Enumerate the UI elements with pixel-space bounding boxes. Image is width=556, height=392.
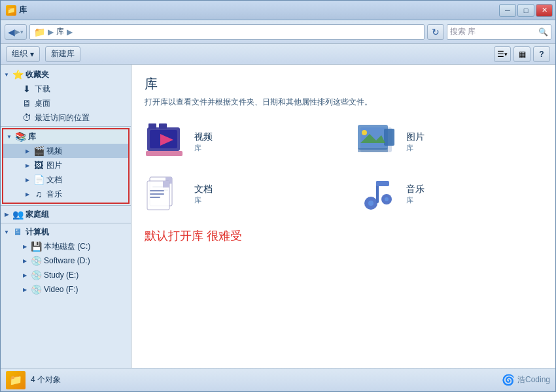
status-count: 4 个对象: [31, 374, 61, 385]
svg-rect-23: [150, 193, 164, 195]
sidebar-item-desktop[interactable]: 🖥 桌面: [1, 96, 131, 110]
library-folder-icon: 📚: [15, 131, 26, 142]
favorites-label: 收藏夹: [26, 69, 49, 80]
sidebar-item-video[interactable]: ▶ 🎬 视频: [3, 144, 128, 158]
lib-video-label: 视频: [194, 131, 213, 143]
document-icon: 📄: [33, 174, 44, 185]
library-section-highlighted: ▼ 📚 库 ▶ 🎬 视频 ▶ 🖼 图片 ▶: [2, 128, 130, 204]
drive-f-expand-icon: ▶: [22, 286, 28, 293]
lib-music-sublabel: 库: [406, 195, 425, 205]
homegroup-group: ▶ 👥 家庭组: [1, 207, 131, 221]
address-bar: ◀ ▶ ▾ 📁 ▶ 库 ▶ ↻ 搜索 库 🔍: [1, 20, 555, 44]
svg-point-28: [385, 197, 389, 201]
close-button[interactable]: ✕: [536, 4, 553, 17]
sidebar-item-drive-d[interactable]: ▶ 💿 Software (D:): [1, 253, 131, 268]
toolbar: 组织 ▾ 新建库 ☰ ▾ ▦ ?: [1, 44, 555, 65]
drive-f-icon: 💿: [31, 284, 41, 295]
back-button[interactable]: ◀ ▶ ▾: [5, 24, 27, 40]
refresh-button[interactable]: ↻: [427, 24, 444, 40]
lib-picture-sublabel: 库: [406, 143, 425, 153]
svg-rect-4: [148, 123, 156, 129]
preview-icon: ▦: [519, 50, 526, 59]
library-item-picture[interactable]: 图片 库: [356, 121, 542, 163]
download-label: 下载: [35, 84, 50, 95]
svg-point-26: [368, 201, 374, 206]
lib-picture-label: 图片: [406, 131, 425, 143]
svg-rect-12: [358, 148, 388, 152]
sidebar: ▼ ⭐ 收藏夹 ⬇ 下载 🖥 桌面 ⏱ 最近访问的位置: [1, 65, 131, 368]
title-bar: 📁 库 ─ □ ✕: [1, 1, 555, 20]
content-pane: 库 打开库以查看文件并根据文件夹、日期和其他属性排列这些文件。: [131, 65, 555, 368]
video-label: 视频: [46, 146, 62, 157]
lib-video-labels: 视频 库: [194, 131, 213, 153]
svg-rect-22: [150, 190, 164, 191]
lib-video-sublabel: 库: [194, 143, 213, 153]
sidebar-item-drive-e[interactable]: ▶ 💿 Study (E:): [1, 268, 131, 282]
forward-icon: ▶: [15, 28, 20, 35]
annotation-text: 默认打开库 很难受: [145, 228, 542, 244]
svg-rect-5: [159, 123, 167, 129]
lib-document-label: 文档: [194, 184, 213, 195]
library-expand-icon: ▼: [6, 133, 12, 140]
sidebar-item-picture[interactable]: ▶ 🖼 图片: [3, 158, 128, 172]
svg-rect-3: [146, 151, 182, 156]
preview-button[interactable]: ▦: [513, 46, 530, 62]
content-description: 打开库以查看文件并根据文件夹、日期和其他属性排列这些文件。: [145, 97, 542, 108]
sidebar-item-drive-f[interactable]: ▶ 💿 Video (F:): [1, 282, 131, 297]
minimize-button[interactable]: ─: [499, 4, 516, 17]
help-button[interactable]: ?: [533, 46, 550, 62]
lib-picture-icon: [356, 121, 398, 163]
picture-label: 图片: [46, 160, 62, 171]
window: 📁 库 ─ □ ✕ ◀ ▶ ▾ 📁 ▶ 库 ▶ ↻ 搜索 库 🔍: [0, 0, 556, 392]
homegroup-header[interactable]: ▶ 👥 家庭组: [1, 207, 131, 221]
sidebar-item-drive-c[interactable]: ▶ 💾 本地磁盘 (C:): [1, 239, 131, 253]
download-icon: ⬇: [22, 84, 32, 94]
title-bar-label: 库: [19, 5, 27, 16]
breadcrumb-bar[interactable]: 📁 ▶ 库 ▶: [29, 24, 425, 40]
main-area: ▼ ⭐ 收藏夹 ⬇ 下载 🖥 桌面 ⏱ 最近访问的位置: [1, 65, 555, 368]
library-item-video[interactable]: 视频 库: [145, 121, 330, 163]
computer-header[interactable]: ▼ 🖥 计算机: [1, 225, 131, 239]
svg-rect-30: [376, 181, 389, 186]
maximize-button[interactable]: □: [517, 4, 534, 17]
sidebar-item-recent[interactable]: ⏱ 最近访问的位置: [1, 110, 131, 125]
content-title: 库: [145, 75, 542, 93]
status-bar: 📁 4 个对象 🌀 浩Coding: [1, 368, 555, 391]
library-item-document[interactable]: 文档 库: [145, 173, 330, 215]
organize-button[interactable]: 组织 ▾: [6, 46, 40, 62]
svg-rect-24: [150, 197, 160, 198]
title-bar-left: 📁 库: [6, 5, 27, 16]
breadcrumb-label: 库: [56, 26, 64, 37]
document-label: 文档: [46, 174, 62, 186]
desktop-icon: 🖥: [22, 98, 32, 108]
drive-d-label: Software (D:): [44, 256, 90, 265]
refresh-icon: ↻: [432, 27, 440, 37]
drive-e-expand-icon: ▶: [22, 272, 28, 278]
search-bar[interactable]: 搜索 库 🔍: [447, 24, 551, 40]
breadcrumb-end-sep: ▶: [67, 27, 73, 37]
video-icon: 🎬: [33, 146, 44, 156]
library-item-music[interactable]: 音乐 库: [356, 173, 542, 215]
favorites-header[interactable]: ▼ ⭐ 收藏夹: [1, 67, 131, 82]
search-icon: 🔍: [538, 27, 548, 37]
lib-music-labels: 音乐 库: [406, 184, 425, 205]
newlib-button[interactable]: 新建库: [45, 46, 80, 62]
sidebar-item-download[interactable]: ⬇ 下载: [1, 82, 131, 96]
computer-icon: 🖥: [12, 227, 23, 237]
document-expand-icon: ▶: [24, 176, 31, 183]
drive-c-expand-icon: ▶: [22, 243, 28, 250]
view-icon: ☰: [497, 50, 504, 59]
homegroup-label: 家庭组: [26, 209, 49, 220]
title-bar-controls: ─ □ ✕: [499, 4, 553, 17]
favorites-group: ▼ ⭐ 收藏夹 ⬇ 下载 🖥 桌面 ⏱ 最近访问的位置: [1, 67, 131, 125]
library-header[interactable]: ▼ 📚 库: [3, 129, 128, 144]
lib-document-sublabel: 库: [194, 195, 213, 205]
music-icon: ♫: [33, 189, 44, 199]
sidebar-item-music[interactable]: ▶ ♫ 音乐: [3, 187, 128, 201]
change-view-button[interactable]: ☰ ▾: [494, 46, 511, 62]
computer-group: ▼ 🖥 计算机 ▶ 💾 本地磁盘 (C:) ▶ 💿 Software (D:) …: [1, 225, 131, 297]
lib-document-labels: 文档 库: [194, 184, 213, 205]
recent-label: 最近访问的位置: [35, 112, 90, 123]
sidebar-item-document[interactable]: ▶ 📄 文档: [3, 172, 128, 187]
recent-icon: ⏱: [22, 112, 32, 123]
